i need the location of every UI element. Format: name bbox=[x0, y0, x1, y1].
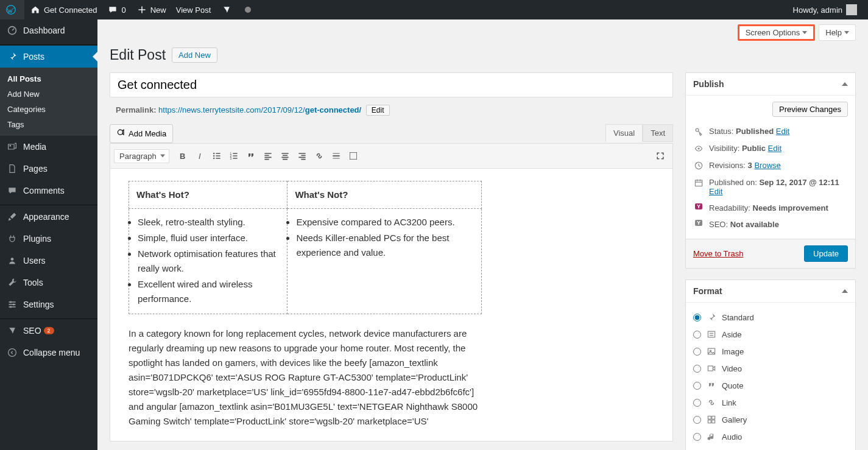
update-button[interactable]: Update bbox=[804, 245, 848, 262]
visual-tab[interactable]: Visual bbox=[605, 124, 643, 142]
toolbar-toggle-button[interactable] bbox=[345, 147, 362, 164]
menu-seo[interactable]: SEO2 bbox=[0, 320, 97, 342]
bold-button[interactable]: B bbox=[174, 147, 191, 164]
link-button[interactable] bbox=[311, 147, 328, 164]
seo-row: YSEO: Not available bbox=[693, 216, 848, 233]
format-radio[interactable] bbox=[693, 433, 701, 441]
format-label: Image bbox=[722, 347, 744, 356]
svg-point-10 bbox=[213, 158, 214, 159]
format-option-video[interactable]: Video bbox=[693, 360, 848, 377]
format-option-image[interactable]: Image bbox=[693, 343, 848, 360]
editor-content-area[interactable]: What's Hot? What's Not? Sleek, retro-ste… bbox=[110, 169, 672, 441]
svg-point-7 bbox=[118, 130, 122, 135]
pin-icon bbox=[6, 51, 18, 63]
new-link[interactable]: New bbox=[131, 0, 171, 19]
svg-text:3: 3 bbox=[230, 157, 231, 160]
menu-dashboard[interactable]: Dashboard bbox=[0, 19, 97, 41]
home-icon bbox=[29, 4, 41, 16]
site-link[interactable]: Get Connected bbox=[24, 0, 102, 19]
toggle-icon[interactable] bbox=[842, 82, 848, 86]
menu-pages[interactable]: Pages bbox=[0, 158, 97, 180]
align-center-button[interactable] bbox=[277, 147, 294, 164]
comments-count: 0 bbox=[121, 5, 125, 15]
svg-point-6 bbox=[9, 349, 16, 357]
format-option-aside[interactable]: Aside bbox=[693, 326, 848, 343]
howdy-link[interactable]: Howdy, admin bbox=[788, 0, 862, 19]
move-to-trash-link[interactable]: Move to Trash bbox=[693, 249, 743, 258]
submenu-add-new[interactable]: Add New bbox=[0, 86, 97, 102]
revisions-icon bbox=[693, 161, 704, 171]
edit-slug-button[interactable]: Edit bbox=[366, 105, 390, 116]
format-radio[interactable] bbox=[693, 365, 701, 373]
menu-tools[interactable]: Tools bbox=[0, 272, 97, 294]
format-option-link[interactable]: Link bbox=[693, 394, 848, 411]
readmore-button[interactable] bbox=[328, 147, 345, 164]
aside-icon bbox=[706, 329, 717, 340]
format-radio[interactable] bbox=[693, 331, 701, 339]
yoast-icon bbox=[221, 4, 233, 16]
bullet-list-button[interactable] bbox=[208, 147, 225, 164]
brush-icon bbox=[6, 211, 18, 223]
wp-logo[interactable] bbox=[0, 0, 24, 19]
add-new-button[interactable]: Add New bbox=[172, 47, 217, 63]
format-option-gallery[interactable]: Gallery bbox=[693, 411, 848, 428]
format-radio[interactable] bbox=[693, 416, 701, 424]
italic-button[interactable]: I bbox=[191, 147, 208, 164]
menu-posts[interactable]: Posts bbox=[0, 46, 97, 68]
help-button[interactable]: Help bbox=[819, 24, 856, 41]
publish-metabox: Publish Preview Changes Status: Publishe… bbox=[685, 72, 856, 269]
svg-point-9 bbox=[213, 155, 214, 156]
submenu-all-posts[interactable]: All Posts bbox=[0, 71, 97, 86]
toggle-icon[interactable] bbox=[842, 289, 848, 293]
edit-visibility-link[interactable]: Edit bbox=[768, 144, 782, 153]
fullscreen-button[interactable] bbox=[652, 147, 669, 164]
align-right-button[interactable] bbox=[294, 147, 311, 164]
submenu-categories[interactable]: Categories bbox=[0, 102, 97, 117]
format-label: Link bbox=[722, 398, 736, 407]
not-list: Expensive compared to AC3200 peers.Needs… bbox=[295, 215, 474, 260]
menu-collapse[interactable]: Collapse menu bbox=[0, 342, 97, 364]
post-title-input[interactable] bbox=[110, 72, 673, 97]
comments-link[interactable]: 0 bbox=[102, 0, 130, 19]
sliders-icon bbox=[6, 298, 18, 311]
dashboard-icon bbox=[6, 24, 18, 37]
menu-media[interactable]: Media bbox=[0, 136, 97, 158]
standard-icon bbox=[706, 312, 717, 323]
list-item: Expensive compared to AC3200 peers. bbox=[296, 215, 474, 230]
view-post-link[interactable]: View Post bbox=[171, 0, 216, 19]
quote-button[interactable] bbox=[242, 147, 259, 164]
posts-submenu: All Posts Add New Categories Tags bbox=[0, 68, 97, 136]
menu-users[interactable]: Users bbox=[0, 250, 97, 272]
menu-plugins[interactable]: Plugins bbox=[0, 228, 97, 250]
menu-appearance[interactable]: Appearance bbox=[0, 206, 97, 228]
preview-button[interactable]: Preview Changes bbox=[772, 102, 848, 117]
format-option-quote[interactable]: Quote bbox=[693, 377, 848, 394]
screen-options-button[interactable]: Screen Options bbox=[738, 24, 816, 41]
gallery-icon bbox=[706, 414, 717, 425]
numbered-list-button[interactable]: 123 bbox=[225, 147, 242, 164]
format-radio[interactable] bbox=[693, 382, 701, 390]
menu-settings[interactable]: Settings bbox=[0, 294, 97, 315]
browse-revisions-link[interactable]: Browse bbox=[754, 161, 780, 170]
add-media-button[interactable]: Add Media bbox=[110, 124, 173, 143]
hot-header: What's Hot? bbox=[129, 181, 288, 209]
main-content: Screen Options Help Edit Post Add New Pe… bbox=[97, 19, 868, 450]
list-item: Excellent wired and wireless performance… bbox=[138, 277, 280, 306]
align-left-button[interactable] bbox=[259, 147, 277, 164]
publish-title: Publish bbox=[693, 79, 724, 89]
menu-comments[interactable]: Comments bbox=[0, 180, 97, 202]
seo-status-dot[interactable] bbox=[240, 0, 256, 19]
users-icon bbox=[6, 255, 18, 267]
text-tab[interactable]: Text bbox=[643, 124, 673, 142]
format-radio[interactable] bbox=[693, 314, 701, 322]
submenu-tags[interactable]: Tags bbox=[0, 117, 97, 132]
edit-date-link[interactable]: Edit bbox=[709, 187, 722, 196]
format-radio[interactable] bbox=[693, 348, 701, 356]
format-option-audio[interactable]: Audio bbox=[693, 428, 848, 445]
format-option-standard[interactable]: Standard bbox=[693, 309, 848, 326]
format-radio[interactable] bbox=[693, 399, 701, 407]
permalink-link[interactable]: https://news.terrytestsite.com/2017/09/1… bbox=[158, 105, 361, 114]
format-select[interactable]: Paragraph bbox=[114, 149, 169, 163]
yoast-link[interactable] bbox=[216, 0, 240, 19]
edit-status-link[interactable]: Edit bbox=[776, 127, 789, 136]
